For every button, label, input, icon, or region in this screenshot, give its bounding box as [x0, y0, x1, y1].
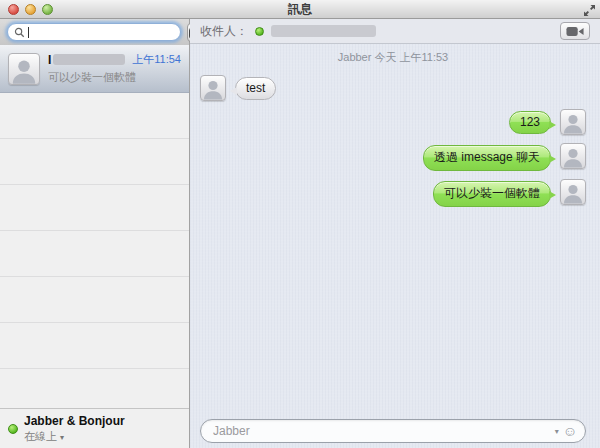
person-icon	[9, 56, 39, 84]
empty-list-row	[0, 139, 189, 185]
empty-list-row	[0, 369, 189, 408]
empty-list-row	[0, 277, 189, 323]
message-input[interactable]	[213, 424, 551, 438]
text-caret	[28, 27, 29, 38]
conversation-list: I 上午11:54 可以少裝一個軟體	[0, 45, 189, 408]
avatar	[560, 109, 586, 135]
conversation-preview: 可以少裝一個軟體	[48, 70, 181, 85]
to-label: 收件人：	[200, 23, 248, 40]
conversation-timestamp: Jabber 今天 上午11:53	[200, 50, 586, 65]
chat-pane: 收件人： Jabber 今天 上午11:53 test 123	[190, 19, 600, 448]
conversation-name: I	[48, 53, 51, 67]
search-input[interactable]	[32, 26, 174, 38]
zoom-button[interactable]	[42, 4, 53, 15]
titlebar[interactable]: 訊息	[0, 0, 600, 19]
conversation-text: I 上午11:54 可以少裝一個軟體	[48, 52, 181, 85]
account-name: Jabber & Bonjour	[24, 414, 125, 428]
message-row-incoming: test	[200, 75, 586, 101]
empty-list-row	[0, 231, 189, 277]
video-call-button[interactable]	[560, 22, 590, 40]
video-camera-icon	[566, 26, 584, 37]
person-icon	[561, 111, 585, 134]
window-content: I 上午11:54 可以少裝一個軟體 J	[0, 19, 600, 448]
message-input-bar: ▾ ☺	[190, 412, 600, 448]
redacted-name	[53, 54, 125, 65]
close-button[interactable]	[8, 4, 19, 15]
person-icon	[561, 145, 585, 168]
empty-list-row	[0, 93, 189, 139]
message-bubble: test	[235, 77, 276, 100]
person-icon	[561, 181, 585, 204]
sidebar-header	[0, 19, 189, 45]
chevron-down-icon[interactable]: ▾	[555, 427, 559, 436]
smiley-icon[interactable]: ☺	[563, 424, 577, 438]
message-row-outgoing: 123	[200, 109, 586, 135]
minimize-button[interactable]	[25, 4, 36, 15]
person-icon	[201, 77, 225, 100]
conversation-list-item[interactable]: I 上午11:54 可以少裝一個軟體	[0, 45, 189, 93]
messages-window: 訊息	[0, 0, 600, 448]
empty-list-row	[0, 185, 189, 231]
avatar	[560, 143, 586, 169]
recipient-bar: 收件人：	[190, 19, 600, 44]
search-field[interactable]	[7, 23, 181, 41]
traffic-lights	[8, 4, 53, 15]
account-status[interactable]: 在線上 ▾	[24, 429, 125, 444]
conversation-time: 上午11:54	[132, 52, 181, 67]
message-area: Jabber 今天 上午11:53 test 123 透過 imessage 聊…	[190, 44, 600, 412]
window-title: 訊息	[0, 1, 600, 18]
message-row-outgoing: 透過 imessage 聊天	[200, 143, 586, 171]
account-info: Jabber & Bonjour 在線上 ▾	[24, 414, 125, 444]
avatar	[200, 75, 226, 101]
online-status-icon	[8, 424, 18, 434]
chevron-down-icon: ▾	[60, 433, 64, 442]
message-row-outgoing: 可以少裝一個軟體	[200, 179, 586, 207]
sidebar: I 上午11:54 可以少裝一個軟體 J	[0, 19, 190, 448]
avatar	[560, 179, 586, 205]
search-icon	[14, 27, 25, 38]
empty-list-row	[0, 323, 189, 369]
message-bubble: 123	[509, 111, 551, 134]
message-bubble: 可以少裝一個軟體	[433, 181, 551, 207]
account-status-bar[interactable]: Jabber & Bonjour 在線上 ▾	[0, 408, 189, 448]
recipient-status-icon	[255, 27, 264, 36]
redacted-recipient	[271, 25, 376, 37]
avatar	[8, 53, 40, 85]
fullscreen-icon[interactable]	[583, 3, 596, 16]
message-input-field[interactable]: ▾ ☺	[200, 419, 586, 443]
message-bubble: 透過 imessage 聊天	[423, 145, 551, 171]
